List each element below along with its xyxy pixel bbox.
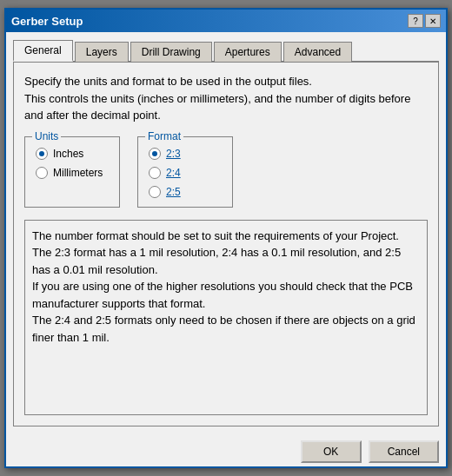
- format-radio-group: 2:3 2:4 2:5: [149, 148, 222, 198]
- info-text-content: The number format should be set to suit …: [32, 229, 415, 344]
- title-bar-buttons: ? ✕: [408, 14, 441, 28]
- units-group: Units Inches Millimeters: [24, 136, 120, 208]
- description-line1: Specify the units and format to be used …: [24, 75, 312, 88]
- radio-format-23[interactable]: 2:3: [149, 148, 222, 160]
- tab-advanced[interactable]: Advanced: [283, 42, 352, 62]
- close-button[interactable]: ✕: [425, 14, 441, 28]
- units-radio-group: Inches Millimeters: [36, 148, 109, 179]
- units-group-title: Units: [32, 130, 61, 142]
- ok-button[interactable]: OK: [301, 440, 362, 463]
- help-button[interactable]: ?: [408, 14, 423, 28]
- radio-input-25[interactable]: [149, 186, 161, 198]
- radio-input-23[interactable]: [149, 148, 161, 160]
- format-group-title: Format: [145, 130, 183, 142]
- radio-label-inches: Inches: [53, 148, 83, 160]
- tab-apertures[interactable]: Apertures: [214, 42, 282, 62]
- radio-label-millimeters: Millimeters: [53, 167, 103, 179]
- radio-inches[interactable]: Inches: [36, 148, 109, 160]
- info-text-box: The number format should be set to suit …: [24, 220, 428, 416]
- radio-format-25[interactable]: 2:5: [149, 186, 222, 198]
- radio-input-millimeters[interactable]: [36, 167, 48, 179]
- radio-input-inches[interactable]: [36, 148, 48, 160]
- cancel-button[interactable]: Cancel: [369, 440, 439, 463]
- radio-label-24: 2:4: [166, 167, 181, 179]
- button-row: OK Cancel: [6, 433, 446, 466]
- description-line2: This controls the units (inches or milli…: [24, 92, 410, 122]
- tab-general[interactable]: General: [13, 40, 73, 62]
- title-bar: Gerber Setup ? ✕: [6, 10, 446, 32]
- tab-layers[interactable]: Layers: [75, 42, 129, 62]
- format-group: Format 2:3 2:4 2:5: [137, 136, 233, 208]
- gerber-setup-window: Gerber Setup ? ✕ General Layers Drill Dr…: [4, 8, 448, 468]
- tab-bar: General Layers Drill Drawing Apertures A…: [13, 39, 439, 63]
- radio-label-23: 2:3: [166, 148, 181, 160]
- window-title: Gerber Setup: [11, 15, 83, 28]
- options-row: Units Inches Millimeters Forma: [24, 136, 428, 208]
- window-content: General Layers Drill Drawing Apertures A…: [6, 32, 446, 433]
- tab-drill-drawing[interactable]: Drill Drawing: [130, 42, 212, 62]
- description-text: Specify the units and format to be used …: [24, 73, 428, 124]
- radio-label-25: 2:5: [166, 186, 181, 198]
- radio-millimeters[interactable]: Millimeters: [36, 167, 109, 179]
- radio-format-24[interactable]: 2:4: [149, 167, 222, 179]
- radio-input-24[interactable]: [149, 167, 161, 179]
- tab-panel-general: Specify the units and format to be used …: [13, 63, 439, 426]
